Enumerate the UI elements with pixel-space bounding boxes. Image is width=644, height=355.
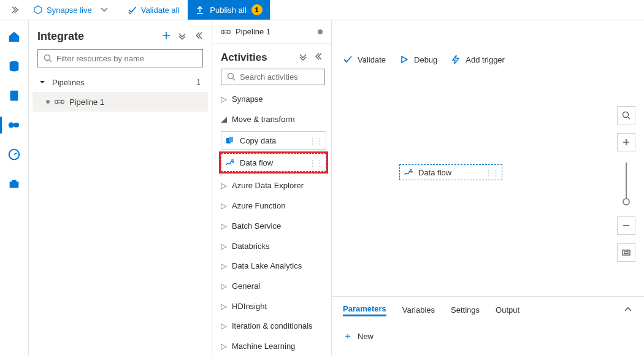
tab-pipeline1[interactable]: Pipeline 1 <box>221 27 270 37</box>
svg-rect-21 <box>623 250 630 255</box>
canvas-node-data-flow[interactable]: Data flow ⋮⋮ <box>399 164 502 180</box>
branch-selector[interactable]: Synapse live <box>27 0 119 20</box>
branch-label: Synapse live <box>47 6 92 15</box>
plus-icon: ＋ <box>343 330 353 343</box>
activity-data-flow[interactable]: Data flow ⋮⋮ <box>221 153 326 172</box>
pipeline-canvas[interactable]: Data flow ⋮⋮ <box>332 75 644 296</box>
chevron-down-icon <box>96 4 113 16</box>
zoom-slider[interactable] <box>626 162 627 205</box>
tree-group-label: Pipelines <box>52 78 191 87</box>
svg-point-3 <box>9 122 14 128</box>
copy-data-icon <box>225 136 235 145</box>
activity-group-move-transform[interactable]: ◢ Move & transform <box>221 110 326 128</box>
filter-resources-input[interactable] <box>56 54 197 63</box>
activity-copy-data[interactable]: Copy data ⋮⋮ <box>221 131 326 150</box>
data-flow-icon <box>404 167 413 177</box>
filter-icon <box>43 53 53 63</box>
activity-group-azfunc[interactable]: ▷Azure Function <box>221 197 326 215</box>
validate-all-label: Validate all <box>141 6 180 15</box>
activity-group-databricks[interactable]: ▷Databricks <box>221 237 326 255</box>
search-activities-input-wrap[interactable] <box>221 69 325 85</box>
pipeline-icon <box>55 97 64 107</box>
rail-integrate-icon[interactable] <box>4 115 25 136</box>
activity-group-batch[interactable]: ▷Batch Service <box>221 217 326 235</box>
collapse-activities-icon[interactable] <box>313 52 323 63</box>
tab-settings[interactable]: Settings <box>451 305 480 316</box>
pipeline-icon <box>221 27 231 37</box>
validate-button[interactable]: Validate <box>343 55 386 64</box>
svg-rect-2 <box>10 91 18 101</box>
tab-parameters[interactable]: Parameters <box>343 304 386 316</box>
add-trigger-button[interactable]: Add trigger <box>451 55 505 64</box>
svg-point-8 <box>45 55 50 61</box>
drag-grip-icon: ⋮⋮ <box>485 168 499 177</box>
svg-rect-4 <box>13 123 19 127</box>
add-resource-button[interactable] <box>161 31 171 42</box>
tab-label: Pipeline 1 <box>236 27 270 36</box>
expand-all-icon[interactable] <box>177 31 187 42</box>
activity-group-iteration[interactable]: ▷Iteration & conditionals <box>221 318 326 335</box>
expand-activities-icon[interactable] <box>298 52 308 63</box>
rail-manage-icon[interactable] <box>4 174 25 194</box>
search-icon <box>226 72 236 82</box>
zoom-out-button[interactable] <box>617 216 635 235</box>
svg-rect-17 <box>229 137 233 142</box>
rail-data-icon[interactable] <box>4 56 25 77</box>
svg-rect-11 <box>58 101 61 103</box>
svg-point-15 <box>228 74 234 79</box>
caret-down-icon: ◢ <box>221 115 227 124</box>
caret-down-icon <box>37 77 47 87</box>
zoom-thumb[interactable] <box>623 198 630 205</box>
tab-output[interactable]: Output <box>496 305 519 316</box>
zoom-in-button[interactable] <box>617 133 635 151</box>
canvas-search-button[interactable] <box>617 106 635 124</box>
drag-grip-icon: ⋮⋮ <box>309 136 323 145</box>
rail-develop-icon[interactable] <box>4 85 25 106</box>
drag-grip-icon: ⋮⋮ <box>309 158 323 167</box>
tree-item-label: Pipeline 1 <box>69 97 203 107</box>
svg-rect-7 <box>12 180 16 183</box>
activity-group-general[interactable]: ▷General <box>221 277 326 295</box>
data-flow-icon <box>225 158 235 167</box>
caret-right-icon: ▷ <box>221 94 227 104</box>
validate-all-button[interactable]: Validate all <box>121 0 186 20</box>
rail-home-icon[interactable] <box>4 26 25 47</box>
svg-rect-22 <box>624 252 628 254</box>
tree-group-pipelines[interactable]: Pipelines 1 <box>33 72 208 92</box>
debug-button[interactable]: Debug <box>399 55 437 64</box>
svg-point-19 <box>410 169 412 171</box>
activity-group-synapse[interactable]: ▷ Synapse <box>221 90 326 108</box>
svg-rect-14 <box>224 31 228 33</box>
tree-item-pipeline1[interactable]: Pipeline 1 <box>33 92 208 112</box>
svg-marker-0 <box>34 6 42 14</box>
unsaved-dot-icon <box>46 100 50 104</box>
tree-group-count: 1 <box>196 78 203 86</box>
new-parameter-button[interactable]: ＋ New <box>343 324 633 355</box>
left-nav-rail <box>0 20 28 355</box>
tab-unsaved-dot <box>318 29 323 34</box>
activity-group-ade[interactable]: ▷Azure Data Explorer <box>221 177 326 194</box>
search-activities-input[interactable] <box>240 72 343 82</box>
svg-rect-6 <box>10 181 19 188</box>
activity-group-ml[interactable]: ▷Machine Learning <box>221 337 326 355</box>
fit-screen-button[interactable] <box>617 243 635 262</box>
rail-monitor-icon[interactable] <box>4 144 25 165</box>
svg-point-20 <box>623 112 629 118</box>
activity-group-dla[interactable]: ▷Data Lake Analytics <box>221 257 326 275</box>
collapse-panel-icon[interactable] <box>193 31 203 42</box>
publish-all-label: Publish all <box>210 6 246 15</box>
publish-badge: 1 <box>251 4 263 15</box>
expand-panel-icon[interactable] <box>5 5 25 15</box>
filter-resources-input-wrap[interactable] <box>37 49 203 67</box>
collapse-bottom-icon[interactable] <box>623 305 633 316</box>
activities-title: Activities <box>221 52 267 64</box>
tab-variables[interactable]: Variables <box>402 305 435 316</box>
activity-group-hdinsight[interactable]: ▷HDInsight <box>221 297 326 315</box>
integrate-title: Integrate <box>37 30 84 43</box>
svg-point-18 <box>231 159 234 161</box>
publish-all-button[interactable]: Publish all 1 <box>188 0 269 20</box>
